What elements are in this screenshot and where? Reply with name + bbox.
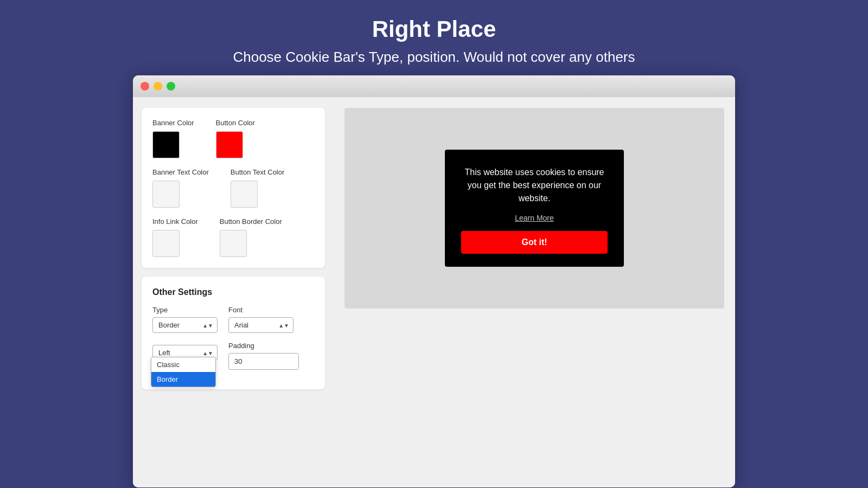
traffic-light-yellow[interactable] (154, 82, 162, 91)
traffic-light-red[interactable] (141, 82, 149, 91)
banner-text-color-label: Banner Text Color (152, 168, 209, 176)
browser-content: Banner Color Button Color Banner Text Co… (133, 97, 735, 487)
settings-row-type-font: Type Classic Border ▲▼ Font (152, 306, 314, 333)
banner-text-color-swatch[interactable] (152, 181, 180, 208)
color-row-1: Banner Color Button Color (152, 119, 314, 158)
color-settings-card: Banner Color Button Color Banner Text Co… (142, 108, 325, 268)
page-subtitle: Choose Cookie Bar's Type, position. Woul… (233, 49, 635, 66)
font-field: Font Arial ▲▼ (228, 306, 293, 333)
font-select-wrapper: Arial ▲▼ (228, 317, 293, 333)
dropdown-item-border[interactable]: Border (151, 372, 215, 387)
type-label: Type (152, 306, 218, 314)
cookie-learn-more-link[interactable]: Learn More (515, 214, 554, 222)
page-title: Right Place (233, 16, 635, 42)
button-text-color-label: Button Text Color (231, 168, 284, 176)
other-settings-card: Other Settings Type Classic Border ▲▼ (142, 277, 325, 389)
other-settings-heading: Other Settings (152, 287, 314, 297)
browser-titlebar (133, 75, 735, 97)
type-field: Type Classic Border ▲▼ (152, 306, 218, 333)
button-color-field: Button Color (216, 119, 255, 158)
color-row-2: Banner Text Color Button Text Color (152, 168, 314, 208)
preview-area: This website uses cookies to ensure you … (344, 108, 724, 309)
type-select[interactable]: Classic Border (152, 317, 218, 333)
type-select-wrapper: Classic Border ▲▼ (152, 317, 218, 333)
font-label: Font (228, 306, 293, 314)
button-border-color-swatch[interactable] (220, 230, 247, 257)
padding-input[interactable] (229, 354, 299, 369)
color-row-3: Info Link Color Button Border Color (152, 217, 314, 257)
banner-color-field: Banner Color (152, 119, 194, 158)
page-header: Right Place Choose Cookie Bar's Type, po… (233, 0, 635, 75)
info-link-color-label: Info Link Color (152, 217, 198, 226)
dropdown-item-classic[interactable]: Classic (151, 357, 215, 372)
traffic-light-green[interactable] (167, 82, 175, 91)
cookie-text: This website uses cookies to ensure you … (461, 166, 608, 205)
padding-input-wrap: px ▲ ▼ (228, 353, 299, 370)
button-border-color-field: Button Border Color (220, 217, 282, 257)
cookie-popup: This website uses cookies to ensure you … (445, 150, 624, 267)
left-panel: Banner Color Button Color Banner Text Co… (133, 97, 334, 487)
banner-color-label: Banner Color (152, 119, 194, 127)
right-panel: This website uses cookies to ensure you … (334, 97, 735, 487)
padding-field: Padding px ▲ ▼ (228, 342, 299, 370)
banner-color-swatch[interactable] (152, 131, 180, 158)
button-color-label: Button Color (216, 119, 255, 127)
padding-label: Padding (228, 342, 299, 350)
browser-window: Banner Color Button Color Banner Text Co… (133, 75, 735, 487)
button-border-color-label: Button Border Color (220, 217, 282, 226)
banner-text-color-field: Banner Text Color (152, 168, 209, 208)
button-text-color-field: Button Text Color (231, 168, 284, 208)
button-color-swatch[interactable] (216, 131, 243, 158)
cookie-got-it-button[interactable]: Got it! (461, 231, 608, 254)
font-select[interactable]: Arial (228, 317, 293, 333)
info-link-color-field: Info Link Color (152, 217, 198, 257)
button-text-color-swatch[interactable] (231, 181, 258, 208)
info-link-color-swatch[interactable] (152, 230, 180, 257)
type-dropdown-overlay: Classic Border (151, 357, 216, 387)
